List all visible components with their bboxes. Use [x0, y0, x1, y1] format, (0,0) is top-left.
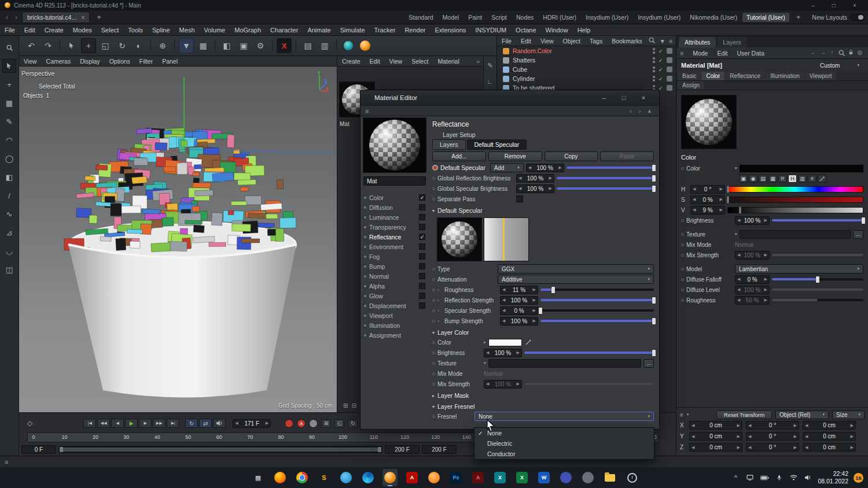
- rotate-tool-icon[interactable]: ↻: [115, 38, 130, 53]
- viewport[interactable]: Perspective Selected Total Objects 1 Gri…: [19, 66, 337, 412]
- hsv-s-spinner[interactable]: ◀0 %▶: [690, 195, 725, 204]
- word-icon[interactable]: W: [536, 469, 551, 486]
- brightness-slider[interactable]: [772, 216, 863, 225]
- diffuse-falloff-spinner[interactable]: ◀0 %▶: [735, 275, 770, 284]
- viewport-menu-panel[interactable]: Panel: [157, 58, 182, 65]
- range-start-field[interactable]: 0 F: [21, 445, 56, 454]
- diffuse-falloff-slider[interactable]: [772, 275, 863, 284]
- matmgr-menu-view[interactable]: View: [385, 58, 407, 65]
- layer-color-swatch[interactable]: [488, 339, 522, 346]
- attr-menu-user-data[interactable]: User Data: [733, 50, 769, 57]
- redo-icon[interactable]: ↷: [41, 38, 56, 53]
- keyframe-nav-icon[interactable]: ◇: [27, 419, 32, 427]
- play-button[interactable]: ▶: [125, 419, 138, 428]
- tag-icon[interactable]: [667, 57, 672, 63]
- record-scale-button[interactable]: ◱: [334, 419, 344, 428]
- object-row-random-color[interactable]: Random.Color✓: [497, 46, 676, 56]
- tab-attributes[interactable]: Attributes: [679, 37, 716, 47]
- clock-app-icon[interactable]: [624, 469, 639, 486]
- bump-strength-spinner[interactable]: ◀100 %▶: [500, 317, 538, 326]
- pen-tool-icon[interactable]: ✎: [2, 114, 16, 128]
- channel-reflectance[interactable]: Reflectance✓: [362, 232, 428, 242]
- back-icon[interactable]: ←: [809, 49, 818, 57]
- enabled-check-icon[interactable]: ✓: [659, 57, 663, 64]
- menu-mesh[interactable]: Mesh: [175, 27, 200, 34]
- material-editor-titlebar[interactable]: Material Editor – □ ×: [361, 90, 659, 106]
- tab-scroll-right-icon[interactable]: ›: [13, 13, 20, 21]
- channel-illumination[interactable]: Illumination: [362, 320, 428, 330]
- tab-default-specular[interactable]: Default Specular: [467, 139, 527, 150]
- tag-icon[interactable]: [667, 48, 672, 54]
- keyframe-selection-button[interactable]: [309, 419, 318, 428]
- size-y-field[interactable]: ◀0 cm▶: [803, 432, 856, 441]
- fresnel-dropdown[interactable]: None▾: [475, 412, 654, 421]
- channel-checkbox[interactable]: [419, 273, 425, 279]
- document-end-field[interactable]: 200 F: [422, 445, 457, 454]
- insydium-app-icon[interactable]: X: [492, 469, 507, 486]
- brush-tool-icon[interactable]: ∿: [2, 207, 16, 221]
- channel-bump[interactable]: Bump: [362, 261, 428, 271]
- menu-icon[interactable]: ≡: [680, 412, 683, 418]
- layout-tab-insydium-user-7[interactable]: Insydium (User): [634, 13, 685, 22]
- add-layer-button[interactable]: Add...: [432, 151, 486, 161]
- matmgr-menu-create[interactable]: Create: [337, 58, 365, 65]
- asset-browser-icon[interactable]: [358, 38, 373, 53]
- texture-type-dropdown[interactable]: ▾: [484, 361, 486, 365]
- back-icon[interactable]: ‹: [626, 108, 635, 114]
- global-reflection-brightness-slider[interactable]: [557, 174, 654, 183]
- maximize-button[interactable]: □: [825, 2, 843, 9]
- record-rotation-button[interactable]: ↻: [348, 419, 358, 428]
- wheel-mode-icon[interactable]: ◉: [749, 175, 757, 183]
- values-icon[interactable]: #: [808, 175, 816, 183]
- color-swatch[interactable]: [740, 165, 863, 172]
- move-tool-icon[interactable]: +: [81, 38, 96, 53]
- photoshop-icon[interactable]: Ps: [448, 469, 464, 486]
- panel-menu-icon[interactable]: ≡: [669, 38, 672, 45]
- search-icon[interactable]: [837, 49, 846, 57]
- size-mode-dropdown[interactable]: Size▾: [832, 411, 865, 419]
- microphone-icon[interactable]: [774, 475, 784, 481]
- swatch-mode-icon[interactable]: ▣: [739, 175, 748, 183]
- object-mode-dropdown[interactable]: Object (Rel)▾: [775, 411, 829, 419]
- menu-mograph[interactable]: MoGraph: [230, 27, 266, 34]
- up-icon[interactable]: ▴: [644, 107, 654, 114]
- pen-icon[interactable]: ✎: [484, 60, 496, 71]
- app-gray-icon[interactable]: [580, 469, 595, 486]
- range-end-handle[interactable]: [378, 447, 381, 452]
- expand-icon[interactable]: ›: [437, 298, 442, 303]
- loop-mode-button[interactable]: ↻: [185, 419, 198, 428]
- objmgr-menu-tags[interactable]: Tags: [585, 38, 607, 45]
- rotation-y-field[interactable]: ◀0 °▶: [746, 432, 799, 441]
- record-position-button[interactable]: ⊞: [321, 419, 331, 428]
- battery-icon[interactable]: [760, 475, 769, 481]
- viewport-layout-icons[interactable]: ⊞⊟: [343, 402, 356, 409]
- viewport-menu-cameras[interactable]: Cameras: [42, 58, 76, 65]
- undo-icon[interactable]: ↶: [24, 38, 39, 53]
- material-name-label[interactable]: Mat: [340, 121, 350, 127]
- insydium-icon[interactable]: X: [277, 38, 292, 53]
- layer-brightness-slider[interactable]: [524, 349, 654, 357]
- channel-normal[interactable]: Normal: [362, 271, 428, 281]
- pingpong-mode-button[interactable]: ⇄: [199, 419, 212, 428]
- tab-layers[interactable]: Layers: [432, 139, 466, 150]
- status-menu-icon[interactable]: ≡: [5, 459, 8, 465]
- rgb-mode-button[interactable]: R: [778, 175, 787, 183]
- tab-assign[interactable]: Assign: [678, 81, 704, 90]
- expand-icon[interactable]: ›: [437, 319, 442, 324]
- next-frame-button[interactable]: ▶: [139, 419, 152, 428]
- layer-brightness-spinner[interactable]: ◀100 %▶: [484, 349, 522, 357]
- tab-viewport[interactable]: Viewport: [805, 72, 837, 80]
- excel-icon[interactable]: X: [514, 469, 529, 486]
- menu-icon[interactable]: ≡: [365, 108, 369, 114]
- menu-animate[interactable]: Animate: [303, 27, 335, 34]
- goto-start-button[interactable]: |◀: [83, 419, 96, 428]
- object-row-shatters[interactable]: Shatters✓: [497, 56, 676, 65]
- pin-icon[interactable]: ◎: [855, 49, 865, 57]
- close-button[interactable]: ×: [634, 94, 653, 101]
- objmgr-menu-object[interactable]: Object: [558, 38, 585, 45]
- enabled-check-icon[interactable]: ✓: [659, 76, 663, 82]
- global-reflection-brightness-spinner[interactable]: ◀100 %▶: [516, 174, 554, 183]
- channel-checkbox[interactable]: [419, 283, 425, 289]
- channel-checkbox[interactable]: [419, 204, 425, 210]
- fresnel-option-dielectric[interactable]: Dielectric: [475, 438, 654, 449]
